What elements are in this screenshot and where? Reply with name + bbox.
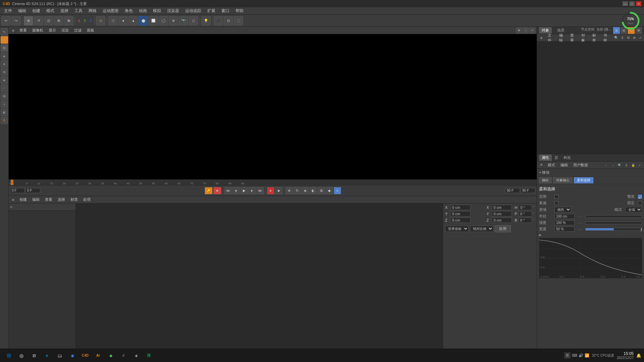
transform-tool[interactable]: ⊞	[54, 16, 63, 25]
lang-indicator[interactable]: 英	[564, 352, 571, 359]
record-btn[interactable]: ●	[267, 187, 274, 194]
taskview-button[interactable]: ⊟	[28, 350, 40, 362]
y-pos-input[interactable]	[450, 211, 471, 217]
pyramid-icon[interactable]: ▲	[1, 52, 8, 60]
mode2-select[interactable]: 全域	[625, 207, 642, 213]
record-mode-btn[interactable]: ■	[213, 187, 221, 194]
snap-button[interactable]: ⊙	[96, 16, 105, 25]
enabled-checkbox[interactable]	[554, 195, 558, 199]
figure-icon[interactable]: ⊛	[169, 16, 178, 25]
menu-mograph[interactable]: 运动图形	[100, 7, 121, 14]
attr-menu-icon[interactable]: ≡	[538, 162, 544, 168]
layer-btn[interactable]: ⊞	[318, 187, 325, 194]
menu-window[interactable]: 窗口	[219, 7, 232, 14]
vp-expand-icon[interactable]: ⊕	[516, 27, 522, 34]
frame-indicator[interactable]	[11, 180, 13, 185]
camera-icon[interactable]: 📷	[179, 16, 188, 25]
settings-icon[interactable]: ⚙	[626, 35, 631, 41]
explorer-button[interactable]: 🗂	[54, 350, 66, 362]
axis-btn[interactable]: 轴向	[539, 177, 552, 183]
titlebar-controls[interactable]: — □ ✕	[623, 1, 641, 6]
sphere-icon[interactable]: ●	[118, 16, 128, 25]
move-tool[interactable]: ⊕	[24, 16, 33, 25]
kf-menu-edit[interactable]: 编辑	[30, 196, 42, 203]
current-frame-input[interactable]	[10, 188, 25, 193]
patch-icon[interactable]: ⊟	[1, 68, 8, 76]
kf-menu-create[interactable]: 创建	[17, 196, 29, 203]
prev-frame-btn[interactable]: ⏴	[232, 187, 240, 194]
render-region-btn[interactable]: ⊡	[224, 16, 233, 25]
vp-menu-view[interactable]: 查看	[17, 27, 29, 34]
kf-menu-icon[interactable]: ≡	[10, 197, 16, 202]
pin-checkbox[interactable]	[638, 201, 642, 205]
search-icon[interactable]: 🔍	[614, 35, 619, 41]
minimize-button[interactable]: —	[623, 1, 628, 6]
torus-icon[interactable]: ◯	[159, 16, 168, 25]
cylinder-icon[interactable]: ⬤	[139, 16, 148, 25]
render-preview-btn[interactable]: ⬚	[234, 16, 243, 25]
obj-axis-btn[interactable]: 对象轴心	[553, 177, 573, 183]
om-menu-icon[interactable]: ≡	[538, 35, 544, 41]
attr-forward-icon[interactable]: →	[610, 162, 616, 168]
maximize-button[interactable]: □	[629, 1, 635, 6]
mirror-tool[interactable]: ⊠	[64, 16, 73, 25]
kf-menu-material[interactable]: 材质	[68, 196, 80, 203]
keyframe-icon[interactable]: 🔑	[205, 187, 213, 194]
attr-search-icon[interactable]: 🔍	[616, 162, 623, 168]
soft-select-btn[interactable]: 柔和选择	[574, 177, 593, 183]
menu-file[interactable]: 文件	[1, 7, 15, 14]
axis-z-toggle[interactable]: Z	[88, 18, 93, 23]
preview-end-input[interactable]	[505, 188, 520, 193]
wechat-button[interactable]: 微	[143, 350, 155, 362]
menu-mode[interactable]: 模式	[44, 7, 57, 14]
expand-icon[interactable]: ⤢	[638, 35, 643, 41]
dollar-icon[interactable]: $	[1, 117, 8, 124]
stop-btn[interactable]: ■	[275, 187, 282, 194]
sphere-obj-icon[interactable]: ●	[1, 60, 8, 68]
falloff-checkbox[interactable]	[554, 201, 558, 205]
plane-icon[interactable]: ⬜	[149, 16, 158, 25]
add-icon[interactable]: ⊕	[632, 35, 637, 41]
grid2-icon[interactable]: ⫿	[1, 101, 8, 108]
line-icon[interactable]: ⟋	[1, 84, 8, 92]
vp-menu-camera[interactable]: 摄像机	[30, 27, 45, 34]
vp-menu-filter[interactable]: 过滤	[72, 27, 84, 34]
menu-tools[interactable]: 工具	[72, 7, 85, 14]
attr-lock-icon[interactable]: 🔒	[630, 162, 636, 168]
network-icon[interactable]: 📶	[585, 353, 589, 358]
width-slider[interactable]	[585, 228, 642, 231]
undo-button[interactable]: ↩	[1, 16, 11, 25]
b-input[interactable]	[519, 218, 532, 223]
menu-render[interactable]: 渲染器	[164, 7, 182, 14]
h-input[interactable]	[519, 205, 532, 210]
vp-menu-render[interactable]: 渲染	[59, 27, 71, 34]
rotate-tool[interactable]: ↺	[34, 16, 43, 25]
kf-menu-select[interactable]: 选择	[56, 196, 67, 203]
vp-menu-panel[interactable]: 面板	[85, 27, 96, 34]
x-rot-input[interactable]	[492, 205, 512, 210]
filter-icon[interactable]: ⊻	[620, 35, 625, 41]
attr-tab-layers[interactable]: 层	[552, 155, 561, 161]
misc-button[interactable]: ◈	[130, 350, 142, 362]
grid-icon[interactable]: ⊞	[1, 93, 8, 100]
attr-menu-mode[interactable]: 模式	[546, 162, 557, 168]
brush-icon[interactable]: ◐	[1, 109, 8, 116]
vp-lock-icon[interactable]: ↕	[523, 27, 529, 34]
start-button[interactable]: ⊞	[3, 350, 15, 362]
cube-icon[interactable]: ⬡	[108, 16, 118, 25]
radius-slider[interactable]	[585, 215, 642, 218]
close-button[interactable]: ✕	[636, 1, 641, 6]
menu-help[interactable]: 帮助	[233, 7, 246, 14]
menu-motion[interactable]: 运动追踪	[182, 7, 204, 14]
snap-frame-btn[interactable]: ◐	[310, 187, 317, 194]
null-icon[interactable]: ◻	[189, 16, 198, 25]
y-rot-input[interactable]	[492, 211, 512, 217]
axis-y-toggle[interactable]: Y	[82, 18, 87, 23]
menu-mesh[interactable]: 网格	[86, 7, 99, 14]
x-pos-input[interactable]	[450, 205, 471, 210]
menu-select[interactable]: 选择	[58, 7, 71, 14]
c4d-button[interactable]: C4D	[79, 350, 91, 362]
width-input[interactable]	[554, 227, 575, 232]
attr-menu-userdata[interactable]: 用户数据	[571, 162, 590, 168]
kf-menu-process[interactable]: 处理	[81, 196, 93, 203]
